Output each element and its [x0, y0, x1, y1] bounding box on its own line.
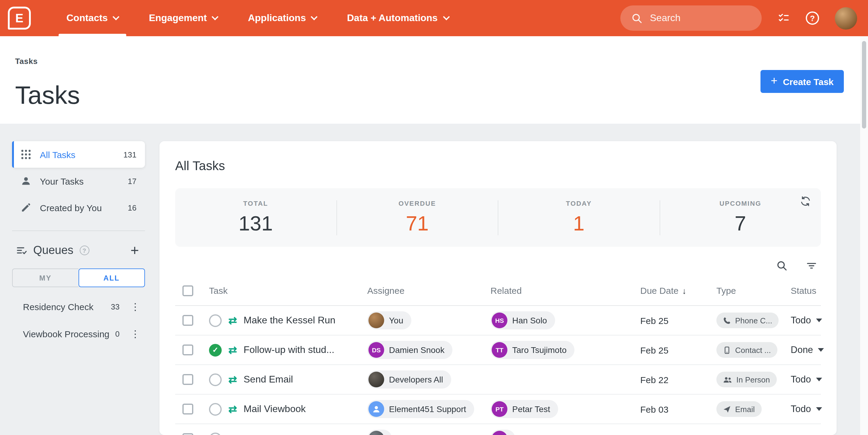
assignee-chip-name: Element451 Support — [389, 404, 466, 414]
nav-item-engagement[interactable]: Engagement — [141, 0, 226, 36]
complete-toggle[interactable] — [209, 314, 222, 327]
list-title: All Tasks — [175, 157, 821, 175]
status-label: Done — [791, 344, 813, 355]
kebab-menu-icon[interactable]: ⋮ — [127, 328, 144, 340]
person-icon — [21, 175, 32, 187]
column-header-due-date[interactable]: Due Date ↓ — [633, 286, 709, 296]
assignee-chip[interactable]: DSDamien Snook — [367, 341, 453, 359]
complete-toggle[interactable] — [209, 432, 222, 435]
person-avatar — [369, 401, 384, 417]
queue-item-residency-check[interactable]: Residency Check 33 ⋮ — [12, 293, 145, 321]
primary-nav: Contacts Engagement Applications Data + … — [59, 0, 456, 36]
plus-icon: + — [771, 74, 777, 88]
queue-item-viewbook-processing[interactable]: Viewbook Processing 0 ⋮ — [12, 321, 145, 347]
table-search-icon[interactable] — [776, 260, 788, 271]
status-label: Todo — [791, 315, 811, 326]
column-header-type[interactable]: Type — [709, 286, 783, 296]
row-checkbox[interactable] — [182, 344, 193, 355]
task-title[interactable]: Make the Kessel Run — [244, 315, 336, 326]
related-chip[interactable]: HSHan Solo — [491, 311, 555, 329]
column-header-task[interactable]: Task — [202, 286, 360, 296]
related-chip[interactable] — [491, 430, 515, 435]
status-dropdown[interactable]: Todo — [791, 374, 822, 385]
due-date: Feb 25 — [640, 345, 669, 355]
queues-help-icon[interactable]: ? — [80, 245, 89, 255]
chevron-down-icon — [443, 13, 450, 20]
initials-avatar — [492, 431, 507, 435]
search-input[interactable]: Search — [620, 5, 762, 31]
breadcrumb: Tasks — [15, 57, 868, 66]
assignee-chip[interactable] — [367, 430, 392, 435]
caret-down-icon — [818, 348, 824, 352]
status-label: Todo — [791, 374, 811, 385]
complete-toggle[interactable]: ✓ — [209, 344, 222, 356]
sidebar-item-label: All Tasks — [40, 149, 75, 160]
column-header-related[interactable]: Related — [483, 286, 633, 296]
task-type-badge: Phone C... — [716, 312, 779, 328]
sidebar-item-created-by-you[interactable]: Created by You 16 — [12, 194, 145, 221]
task-type-badge: In Person — [716, 372, 776, 387]
recurring-icon: ⇄ — [228, 314, 237, 327]
recurring-icon: ⇄ — [228, 373, 237, 386]
help-icon[interactable]: ? — [806, 11, 819, 25]
assignee-chip[interactable]: Element451 Support — [367, 400, 474, 418]
sidebar-item-your-tasks[interactable]: Your Tasks 17 — [12, 168, 145, 194]
related-chip[interactable]: TTTaro Tsujimoto — [491, 341, 575, 359]
status-dropdown[interactable]: Todo — [791, 404, 822, 414]
assignee-chip-name: Damien Snook — [389, 345, 444, 355]
column-header-status[interactable]: Status — [783, 286, 821, 296]
queue-list: Residency Check 33 ⋮ Viewbook Processing… — [12, 293, 145, 347]
stat-upcoming: UPCOMING 7 — [660, 200, 821, 235]
task-type-label: Contact ... — [735, 345, 771, 355]
photo-avatar — [369, 372, 384, 387]
task-title[interactable]: Mail Viewbook — [244, 404, 306, 414]
related-chip-name: Han Solo — [512, 315, 547, 325]
user-avatar[interactable] — [835, 7, 857, 29]
row-checkbox[interactable] — [182, 374, 193, 385]
scrollbar[interactable] — [862, 41, 866, 129]
task-checklist-icon[interactable] — [777, 12, 790, 25]
related-chip[interactable]: PTPetar Test — [491, 400, 558, 418]
status-dropdown[interactable]: Todo — [791, 315, 822, 326]
queues-tab-my[interactable]: MY — [12, 268, 78, 287]
refresh-icon[interactable] — [800, 196, 811, 209]
select-all-checkbox[interactable] — [182, 285, 193, 296]
sort-desc-icon: ↓ — [682, 286, 686, 295]
queue-count: 0 — [115, 329, 120, 338]
filter-icon[interactable] — [806, 260, 817, 271]
task-type-label: In Person — [736, 375, 770, 384]
complete-toggle[interactable] — [209, 403, 222, 415]
photo-avatar — [369, 431, 384, 435]
kebab-menu-icon[interactable]: ⋮ — [127, 301, 144, 312]
nav-item-contacts[interactable]: Contacts — [59, 0, 127, 36]
element451-logo[interactable]: E — [8, 7, 31, 30]
chevron-down-icon — [212, 13, 219, 20]
add-queue-button[interactable]: + — [130, 243, 144, 258]
queues-tab-all[interactable]: ALL — [78, 268, 145, 287]
initials-avatar: TT — [492, 342, 507, 358]
row-checkbox[interactable] — [182, 404, 193, 414]
row-checkbox[interactable] — [182, 315, 193, 326]
sidebar-item-all-tasks[interactable]: All Tasks 131 — [12, 141, 145, 168]
top-nav: E Contacts Engagement Applications Data … — [0, 0, 868, 36]
stat-overdue: OVERDUE 71 — [337, 200, 498, 235]
assignee-chip[interactable]: You — [367, 311, 411, 329]
sidebar-item-label: Created by You — [40, 202, 102, 213]
column-header-assignee[interactable]: Assignee — [360, 286, 483, 296]
status-dropdown[interactable]: Done — [791, 344, 824, 355]
search-placeholder: Search — [650, 13, 680, 24]
logo-letter: E — [16, 11, 24, 25]
mobile-icon — [723, 346, 731, 354]
task-title[interactable]: Follow-up with stud... — [244, 344, 335, 355]
sidebar-item-count: 131 — [124, 150, 136, 159]
complete-toggle[interactable] — [209, 373, 222, 386]
table-body: ⇄Make the Kessel RunYouHSHan SoloFeb 25P… — [175, 306, 821, 435]
nav-item-applications[interactable]: Applications — [240, 0, 325, 36]
row-checkbox[interactable] — [182, 433, 193, 435]
create-task-button[interactable]: + Create Task — [761, 70, 844, 93]
due-date: Feb 03 — [640, 404, 669, 414]
nav-item-data-automations[interactable]: Data + Automations — [339, 0, 456, 36]
assignee-chip[interactable]: Developers All — [367, 370, 451, 389]
tasks-card: All Tasks TOTAL 131 OVERDUE 71 TODAY 1 — [159, 141, 837, 435]
task-title[interactable]: Send Email — [244, 374, 293, 385]
